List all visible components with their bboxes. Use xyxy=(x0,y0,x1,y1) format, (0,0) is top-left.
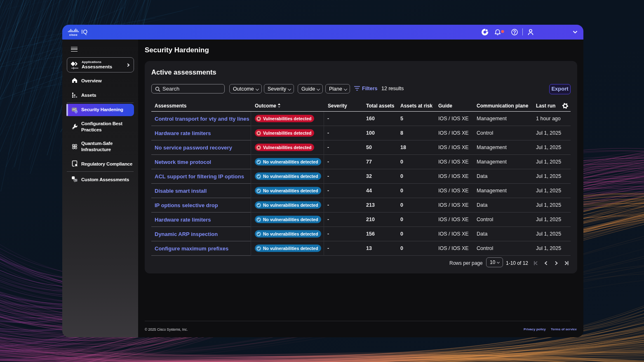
svg-text:cisco: cisco xyxy=(69,33,78,36)
